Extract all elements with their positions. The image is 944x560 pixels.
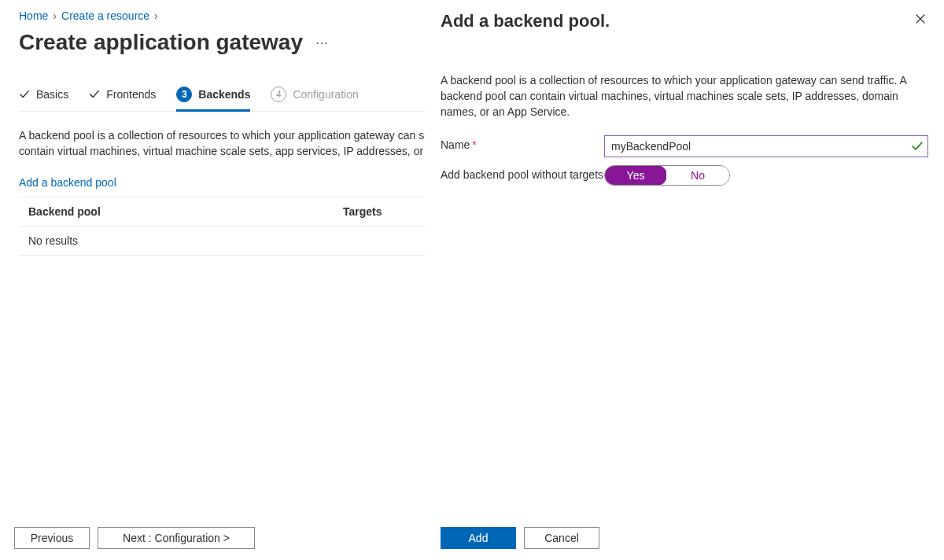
previous-button[interactable]: Previous [14, 527, 90, 549]
table-empty-text: No results [28, 234, 343, 247]
no-targets-toggle: Yes No [604, 165, 730, 186]
col-backend-pool: Backend pool [28, 205, 343, 218]
panel-title: Add a backend pool. [441, 11, 610, 31]
tab-label: Frontends [106, 88, 156, 101]
chevron-right-icon: › [154, 9, 158, 22]
no-targets-label: Add backend pool without targets [441, 165, 604, 181]
name-label: Name* [441, 135, 604, 151]
tab-basics[interactable]: Basics [19, 77, 68, 111]
required-asterisk: * [472, 138, 476, 151]
add-backend-pool-panel: Add a backend pool. A backend pool is a … [425, 0, 944, 560]
backend-pool-name-input[interactable] [604, 135, 928, 157]
cancel-button[interactable]: Cancel [524, 527, 599, 549]
tab-label: Backends [198, 88, 250, 101]
chevron-right-icon: › [53, 9, 57, 22]
valid-check-icon [911, 140, 924, 153]
step-number-badge: 3 [176, 87, 192, 102]
panel-description: A backend pool is a collection of resour… [441, 72, 928, 120]
toggle-no[interactable]: No [666, 166, 729, 185]
close-icon[interactable] [913, 11, 928, 27]
panel-footer: Add Cancel [441, 527, 599, 549]
step-number-badge: 4 [271, 87, 286, 102]
toggle-yes[interactable]: Yes [604, 165, 667, 186]
wizard-footer: Previous Next : Configuration > [14, 527, 255, 549]
more-actions-icon[interactable]: ⋯ [315, 35, 330, 50]
tab-label: Basics [36, 88, 68, 101]
name-control [604, 135, 928, 157]
form-row-name: Name* [441, 135, 928, 157]
tab-backends[interactable]: 3 Backends [176, 77, 250, 111]
tab-configuration[interactable]: 4 Configuration [271, 77, 358, 111]
next-button[interactable]: Next : Configuration > [98, 527, 255, 549]
check-icon [89, 89, 100, 100]
form-row-no-targets: Add backend pool without targets Yes No [441, 165, 928, 186]
tab-label: Configuration [293, 88, 358, 101]
add-backend-pool-link[interactable]: Add a backend pool [19, 176, 116, 189]
no-targets-control: Yes No [604, 165, 928, 186]
name-label-text: Name [441, 138, 470, 151]
tab-frontends[interactable]: Frontends [89, 77, 156, 111]
breadcrumb-home[interactable]: Home [19, 9, 48, 22]
breadcrumb-create-resource[interactable]: Create a resource [61, 9, 149, 22]
add-button[interactable]: Add [441, 527, 516, 549]
panel-header: Add a backend pool. [441, 11, 928, 31]
page-title: Create application gateway [19, 30, 303, 55]
check-icon [19, 89, 30, 100]
